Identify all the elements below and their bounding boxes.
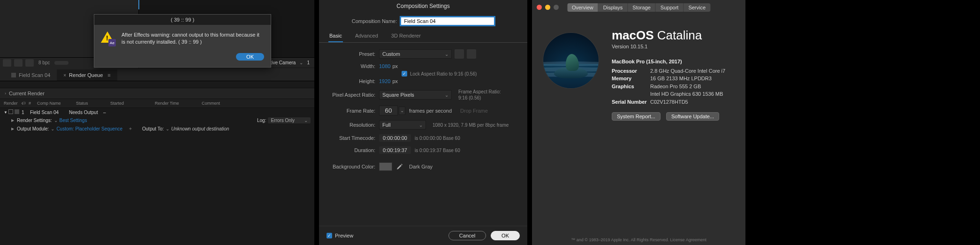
- log-value: Errors Only: [271, 118, 295, 123]
- copyright-footer[interactable]: ™ and © 1983–2019 Apple Inc. All Rights …: [532, 235, 745, 245]
- current-render-bar[interactable]: › Current Render: [0, 88, 314, 99]
- tab-menu-icon[interactable]: ≡: [107, 72, 110, 78]
- preview-toggle[interactable]: ✓ Preview: [327, 233, 353, 238]
- software-update-button[interactable]: Software Update...: [666, 112, 719, 121]
- dur-input[interactable]: 0:00:19:37: [379, 146, 411, 154]
- tab-render-queue[interactable]: × Render Queue ≡: [57, 69, 117, 81]
- height-row: Height: 1920 px: [328, 78, 518, 84]
- macos-catalina-icon: [543, 33, 599, 88]
- processor-row: Processor 2.8 GHz Quad-Core Intel Core i…: [612, 67, 734, 75]
- eyedropper-icon[interactable]: [396, 163, 403, 170]
- output-module-row: ▶ Output Module: ⌄ Custom: Placeholder S…: [0, 124, 314, 133]
- tab-displays[interactable]: Displays: [599, 3, 628, 12]
- exposure-slider[interactable]: [54, 61, 68, 65]
- add-output-icon[interactable]: ＋: [128, 125, 133, 132]
- res-dropdown[interactable]: Full: [379, 120, 426, 130]
- col-label-icon: 🏷: [22, 101, 29, 106]
- fr-input[interactable]: [379, 106, 398, 115]
- os-version[interactable]: Version 10.15.1: [612, 44, 734, 49]
- height-label: Height:: [328, 78, 379, 84]
- save-preset-icon[interactable]: [455, 49, 464, 59]
- height-value[interactable]: 1920: [379, 78, 390, 84]
- label-swatch[interactable]: [15, 109, 22, 115]
- chevron-down-icon[interactable]: ⌄: [54, 118, 58, 123]
- comp-name-label: Composition Name:: [352, 18, 397, 24]
- bg-label: Background Color:: [328, 164, 379, 169]
- panel-tabs: Field Scan 04 × Render Queue ≡: [0, 68, 314, 81]
- checkbox-checked-icon[interactable]: ✓: [327, 233, 332, 238]
- bg-color-row: Background Color: Dark Gray: [328, 162, 518, 171]
- checkbox-checked-icon[interactable]: ✓: [402, 71, 407, 77]
- bg-color-swatch[interactable]: [379, 162, 392, 171]
- tab-overview[interactable]: Overview: [567, 3, 599, 12]
- output-module-link[interactable]: Custom: Placeholder Sequence: [56, 126, 122, 131]
- toggle-mask-icon[interactable]: [14, 59, 23, 67]
- composition-icon: [11, 73, 16, 77]
- width-value[interactable]: 1080: [379, 63, 390, 69]
- close-window-button[interactable]: [537, 5, 542, 10]
- res-label: Resolution:: [328, 122, 379, 128]
- chevron-down-icon[interactable]: ⌄: [51, 126, 54, 131]
- dialog-body: ! Ae After Effects warning: cannot outpu…: [94, 25, 271, 53]
- composition-name-row: Composition Name:: [319, 12, 527, 30]
- tab-storage[interactable]: Storage: [628, 3, 656, 12]
- minimize-window-button[interactable]: [545, 5, 550, 10]
- disclosure-icon[interactable]: ▶: [11, 127, 17, 131]
- chevron-down-icon: [304, 118, 308, 123]
- chevron-down-icon[interactable]: ⌄: [166, 126, 169, 131]
- chevron-down-icon: [445, 51, 448, 57]
- close-icon[interactable]: ×: [63, 73, 66, 78]
- fr-label: Frame Rate:: [328, 108, 379, 114]
- window-controls: [537, 5, 559, 10]
- log-label: Log:: [257, 118, 266, 123]
- lock-aspect-control[interactable]: ✓ Lock Aspect Ratio to 9:16 (0.56): [402, 71, 477, 77]
- comp-name-input[interactable]: [401, 17, 494, 25]
- dur-info: is 0:00:19:37 Base 60: [415, 148, 460, 153]
- col-render: Render: [4, 101, 22, 106]
- tab-basic[interactable]: Basic: [328, 30, 343, 42]
- par-dropdown[interactable]: Square Pixels: [379, 90, 452, 100]
- bit-depth-label[interactable]: 8 bpc: [38, 60, 50, 65]
- cancel-button[interactable]: Cancel: [448, 231, 486, 240]
- processor-label: Processor: [612, 67, 650, 75]
- warning-icon: ! Ae: [101, 31, 116, 46]
- chevron-down-icon[interactable]: [299, 60, 303, 65]
- view-count[interactable]: 1: [305, 60, 311, 65]
- system-report-button[interactable]: System Report...: [612, 112, 661, 121]
- disclosure-icon[interactable]: ▶: [11, 118, 17, 122]
- preset-dropdown[interactable]: Custom: [379, 49, 452, 59]
- frame-aspect-info: Frame Aspect Ratio: 9:16 (0.56): [458, 89, 501, 101]
- tab-field-scan[interactable]: Field Scan 04: [5, 69, 57, 81]
- ok-button[interactable]: OK: [236, 53, 264, 61]
- tab-advanced[interactable]: Advanced: [354, 30, 379, 42]
- start-timecode-row: Start Timecode: 0:00:00:00 is 0:00:00:00…: [328, 134, 518, 142]
- log-dropdown[interactable]: Errors Only: [268, 117, 311, 123]
- disclosure-icon[interactable]: ▼: [4, 110, 8, 115]
- output-module-label: Output Module:: [17, 126, 49, 131]
- ok-button[interactable]: OK: [491, 231, 520, 240]
- par-row: Pixel Aspect Ratio: Square Pixels Frame …: [328, 89, 518, 101]
- after-effects-window: 8 bpc 25% 0:00:08:33 Full Active Camera …: [0, 0, 314, 245]
- tab-3d-renderer[interactable]: 3D Renderer: [390, 30, 422, 42]
- res-info: 1080 x 1920, 7.9 MB per 8bpc frame: [433, 122, 509, 128]
- dropframe-dropdown: Drop Frame: [460, 108, 488, 114]
- toggle-guides-icon[interactable]: [25, 59, 34, 67]
- delete-preset-icon[interactable]: [467, 49, 476, 59]
- toggle-transparency-icon[interactable]: [3, 59, 11, 67]
- stc-input[interactable]: 0:00:00:00: [379, 134, 411, 142]
- warning-dialog: ( 39 :: 99 ) ! Ae After Effects warning:…: [94, 14, 271, 68]
- width-label: Width:: [328, 63, 379, 69]
- tab-support[interactable]: Support: [656, 3, 684, 12]
- item-status: Needs Output: [69, 110, 103, 115]
- serial-row: Serial Number C02V1278HTD5: [612, 98, 734, 106]
- tab-service[interactable]: Service: [684, 3, 710, 12]
- render-checkbox[interactable]: [8, 109, 15, 115]
- render-item-row[interactable]: ▼ 1 Field Scan 04 Needs Output –: [0, 108, 314, 116]
- col-comment: Comment: [202, 101, 311, 106]
- render-settings-link[interactable]: Best Settings: [60, 118, 87, 123]
- disclosure-icon[interactable]: ›: [5, 91, 6, 96]
- output-destination[interactable]: Unknown output destination: [171, 126, 229, 131]
- fr-dropdown-icon[interactable]: [399, 107, 405, 115]
- stc-info: is 0:00:00:00 Base 60: [415, 136, 460, 141]
- playhead-indicator: [138, 0, 139, 9]
